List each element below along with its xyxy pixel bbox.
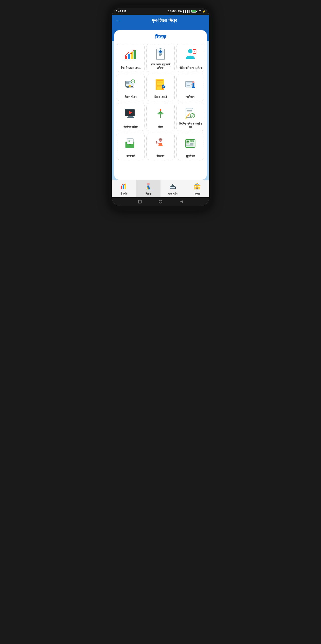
nav-school[interactable]: SCHOOL स्कूल [185, 180, 209, 197]
menu-item-prashikshan[interactable]: प्रशिक्षण [177, 74, 204, 101]
sample-baseline-icon [123, 47, 138, 62]
signal-icon: ▌▌▌▌ [183, 10, 190, 13]
menu-item-parivadan[interactable]: ! परिवेदना निवारण प्रबंधन [177, 44, 204, 72]
sample-baseline-label: सेंपल बेसलाइन 2021 [121, 66, 141, 70]
svg-rect-21 [126, 82, 129, 84]
nav-dashboard-label: डैशबोर्ड [121, 192, 127, 195]
app-header: ← एम-शिक्षा मित्र [112, 15, 209, 26]
svg-rect-46 [127, 117, 134, 118]
svg-point-6 [131, 53, 132, 54]
svg-text:LEAVE: LEAVE [190, 140, 195, 142]
android-home-btn[interactable] [158, 199, 163, 204]
svg-rect-3 [133, 50, 136, 59]
android-nav [112, 197, 209, 206]
menu-item-shikayat[interactable]: ! शिकायत [146, 133, 174, 160]
battery-icon [191, 10, 196, 12]
nav-shikshak-label: शिक्षक [145, 192, 151, 195]
main-content: शिक्षक [112, 26, 209, 180]
phone-screen: 6:49 PM 0.0KB/s 4G+ ▌▌▌▌ 100 ⚡ ← एम-शिक्… [112, 8, 209, 206]
svg-text:!: ! [156, 141, 157, 144]
shala-pravesh-icon [153, 47, 168, 62]
shaikshnik-video-label: शैक्षणिक वीडियो [124, 125, 138, 129]
school-nav-icon: SCHOOL [193, 182, 201, 192]
svg-point-32 [162, 84, 165, 88]
bottom-nav: डैशबोर्ड शिक्षक [112, 180, 209, 197]
svg-rect-13 [159, 55, 161, 56]
svg-point-39 [192, 81, 195, 83]
svg-rect-64 [159, 143, 162, 146]
svg-point-7 [133, 50, 134, 50]
menu-item-shikshak-diary[interactable]: शिक्षक डायरी [146, 74, 174, 101]
shikshak-diary-label: शिक्षक डायरी [154, 95, 167, 98]
prashikshan-label: प्रशिक्षण [186, 95, 195, 98]
menu-item-sample-baseline[interactable]: सेंपल बेसलाइन 2021 [117, 44, 144, 72]
android-recent-btn[interactable] [137, 199, 142, 204]
shikshan-yojna-icon [123, 77, 138, 92]
svg-rect-59 [127, 138, 133, 144]
svg-rect-80 [124, 184, 126, 189]
shala-pravesh-label: शाला प्रवेश गृह संपर्क अभियान [148, 63, 173, 70]
svg-rect-1 [128, 54, 130, 59]
menu-item-shikshan-yojna[interactable]: शिक्षण योजना [117, 74, 144, 101]
svg-rect-93 [195, 186, 196, 187]
svg-rect-0 [125, 56, 127, 59]
chutti-icon: LEAVE [183, 136, 198, 151]
diksha-icon [153, 106, 168, 121]
app-title: एम-शिक्षा मित्र [124, 18, 205, 23]
shikshan-yojna-label: शिक्षण योजना [124, 95, 137, 98]
parivadan-label: परिवेदना निवारण प्रबंधन [179, 66, 202, 70]
menu-item-vetan-parchi[interactable]: $ वेतन पर्ची [117, 133, 144, 160]
shaikshnik-video-icon [123, 106, 138, 121]
svg-point-5 [128, 52, 129, 53]
svg-point-15 [160, 48, 161, 49]
prashikshan-icon [183, 77, 198, 92]
svg-point-4 [125, 55, 126, 56]
back-icon [180, 200, 183, 203]
menu-item-shaikshnik-video[interactable]: शैक्षणिक वीडियो [117, 103, 144, 131]
svg-rect-45 [128, 116, 133, 117]
chutti-label: छुट्टी का [186, 154, 195, 158]
nav-shikshak[interactable]: शिक्षक [136, 180, 160, 197]
nav-school-label: स्कूल [195, 192, 200, 195]
svg-rect-12 [159, 54, 162, 55]
android-back-btn[interactable] [179, 199, 184, 204]
svg-text:SCHOOL: SCHOOL [195, 184, 199, 185]
menu-item-diksha[interactable]: दीक्षा [146, 103, 174, 131]
status-right: 0.0KB/s 4G+ ▌▌▌▌ 100 ⚡ [168, 10, 205, 13]
svg-rect-92 [197, 188, 198, 190]
menu-item-niyukti[interactable]: नियुक्ति आदेश डाउनलोड करें [177, 103, 204, 131]
diksha-label: दीक्षा [158, 125, 163, 129]
svg-rect-86 [170, 187, 175, 188]
home-icon [159, 200, 162, 204]
shikshak-diary-icon [153, 77, 168, 92]
svg-rect-94 [198, 186, 200, 187]
svg-point-16 [188, 49, 193, 53]
menu-item-chutti[interactable]: LEAVE छुट्टी का [177, 133, 204, 160]
network-speed: 0.0KB/s [168, 10, 177, 13]
svg-point-97 [197, 182, 197, 183]
svg-rect-11 [159, 53, 162, 54]
back-button[interactable]: ← [116, 18, 121, 23]
nav-shala-darpan[interactable]: शाला दर्पण [160, 180, 185, 197]
svg-rect-79 [123, 184, 124, 189]
svg-rect-88 [172, 184, 173, 185]
status-time: 6:49 PM [116, 10, 126, 13]
svg-line-67 [157, 143, 159, 144]
recent-icon [138, 200, 141, 204]
svg-point-10 [159, 50, 162, 53]
battery-percent: 100 [197, 10, 201, 13]
svg-point-47 [159, 109, 161, 111]
svg-rect-40 [193, 83, 194, 86]
svg-rect-27 [157, 80, 163, 81]
nav-shala-darpan-label: शाला दर्पण [168, 192, 178, 195]
vetan-parchi-label: वेतन पर्ची [126, 154, 135, 158]
nav-dashboard[interactable]: डैशबोर्ड [112, 180, 136, 197]
shikshak-nav-icon [144, 182, 152, 192]
menu-item-shala-pravesh[interactable]: शाला प्रवेश गृह संपर्क अभियान [146, 44, 174, 72]
svg-rect-33 [155, 79, 156, 90]
phone-frame: 6:49 PM 0.0KB/s 4G+ ▌▌▌▌ 100 ⚡ ← एम-शिक्… [109, 5, 212, 211]
svg-point-81 [147, 183, 150, 185]
sim-type: 4G+ [178, 10, 182, 13]
shikayat-label: शिकायत [156, 154, 164, 158]
content-card: शिक्षक [114, 30, 207, 180]
